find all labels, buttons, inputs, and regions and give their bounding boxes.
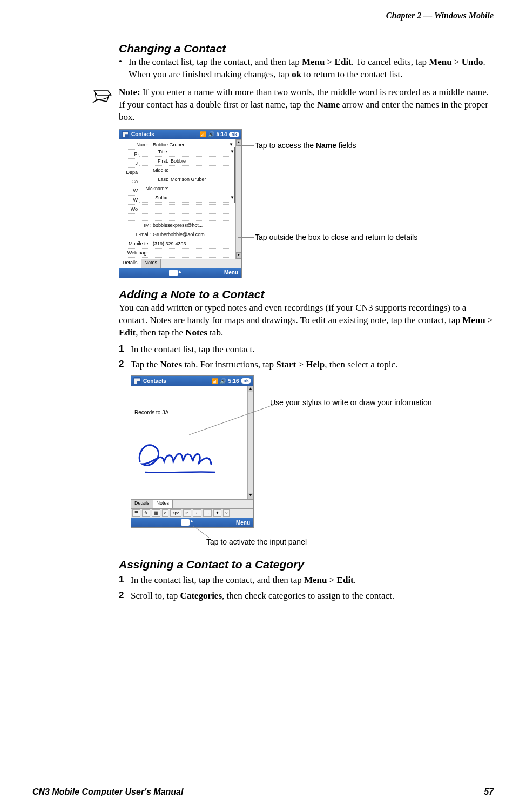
section-assigning-category: Assigning a Contact to a Category — [119, 558, 494, 571]
help-icon[interactable]: ? — [223, 509, 230, 517]
wm1-title: Contacts — [131, 131, 154, 137]
volume-icon: 🔊 — [208, 131, 214, 137]
start-icon[interactable] — [122, 131, 129, 138]
sip-icon[interactable] — [169, 270, 178, 276]
tab-details[interactable]: Details — [131, 500, 153, 508]
wm1-time: 5:14 — [216, 131, 227, 137]
tab-details[interactable]: Details — [119, 259, 141, 268]
callout-stylus: Use your stylus to write or draw your in… — [270, 398, 432, 407]
volume-icon: 🔊 — [220, 378, 226, 384]
page-number: 57 — [484, 787, 494, 797]
svg-line-1 — [193, 526, 209, 538]
footer-title: CN3 Mobile Computer User's Manual — [32, 787, 183, 797]
cat-step-1: In the contact list, tap the contact, an… — [131, 574, 494, 587]
right-arrow-icon[interactable]: → — [203, 509, 212, 517]
a-icon[interactable]: a — [162, 509, 168, 517]
tab-notes[interactable]: Notes — [153, 500, 173, 508]
section-changing-contact: Changing a Contact — [119, 42, 494, 55]
step-2: Tap the Notes tab. For instructions, tap… — [131, 359, 494, 371]
scrollbar[interactable]: ▲ ▼ — [235, 139, 241, 259]
tab-notes[interactable]: Notes — [141, 259, 161, 268]
note-text: Note: If you enter a name with more than… — [119, 86, 494, 124]
name-dropdown: Title:▼ First:Bobbie Middle: Last:Morris… — [139, 147, 235, 203]
callout-close-box: Tap outside the box to close and return … — [255, 233, 417, 241]
menu-softkey[interactable]: Menu — [224, 270, 238, 276]
tool-icon[interactable]: ✦ — [213, 509, 221, 517]
menu-softkey[interactable]: Menu — [236, 520, 250, 526]
contacts-edit-screenshot: Contacts 📶 🔊 5:14 ok Name:Bobbie Gruber▼… — [119, 129, 242, 278]
section-adding-note: Adding a Note to a Contact — [119, 288, 494, 301]
chevron-down-icon[interactable]: ▼ — [230, 195, 234, 200]
callout-name-fields: Tap to access the Name fields — [255, 141, 356, 150]
enter-icon[interactable]: ↵ — [183, 509, 191, 517]
note-icon — [92, 86, 113, 124]
last-field[interactable]: Morrison Gruber — [171, 177, 234, 182]
sip-icon[interactable] — [181, 519, 190, 526]
email-field[interactable]: Gruberbobbie@aol.com — [153, 232, 233, 237]
changing-contact-bullet: • In the contact list, tap the contact, … — [119, 56, 494, 81]
ok-button[interactable]: ok — [241, 378, 251, 384]
signal-icon: 📶 — [212, 378, 218, 384]
page-header: Chapter 2 — Windows Mobile — [32, 11, 494, 21]
grid-icon[interactable]: ▦ — [152, 509, 160, 517]
wm2-title: Contacts — [143, 378, 166, 384]
input-toolbar[interactable]: ☰ ✎ ▦ a spc ↵ ← → ✦ ? — [131, 508, 253, 518]
cat-step-2: Scroll to, tap Categories, then check ca… — [131, 590, 494, 602]
spc-key[interactable]: spc — [170, 509, 181, 517]
first-field[interactable]: Bobbie — [171, 158, 234, 164]
typed-text: Records to 3A — [134, 410, 168, 415]
chevron-down-icon[interactable]: ▼ — [230, 149, 234, 154]
start-icon[interactable] — [133, 377, 141, 385]
wm2-time: 5:16 — [228, 378, 239, 384]
left-arrow-icon[interactable]: ← — [193, 509, 201, 517]
callout-input-panel: Tap to activate the input panel — [131, 538, 422, 546]
step-1: In the contact list, tap the contact. — [131, 344, 494, 356]
list-icon[interactable]: ☰ — [132, 509, 140, 517]
mobile-field[interactable]: (319) 329-4393 — [153, 241, 233, 246]
im-field[interactable]: bobbiesexpress@hot... — [153, 223, 233, 228]
pen-icon[interactable]: ✎ — [142, 509, 150, 517]
adding-note-paragraph: You can add written or typed notes and e… — [119, 302, 494, 339]
signal-icon: 📶 — [200, 131, 206, 137]
svg-line-0 — [189, 405, 273, 435]
ok-button[interactable]: ok — [229, 132, 239, 137]
contacts-notes-screenshot: Contacts 📶 🔊 5:16 ok Records to 3A — [131, 375, 254, 528]
